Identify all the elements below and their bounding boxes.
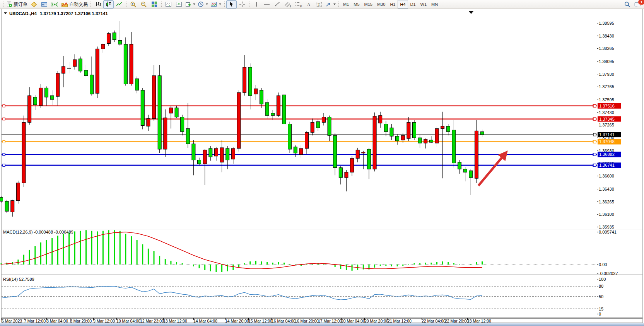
timeframe-button-mn[interactable]: MN <box>429 0 440 9</box>
candle-body <box>79 59 82 71</box>
timeframe-button-m1[interactable]: M1 <box>341 0 351 9</box>
macd-bar <box>374 265 375 268</box>
candle-body <box>0 198 3 201</box>
candle-body <box>288 124 292 149</box>
badge-handle[interactable] <box>593 164 596 167</box>
market-watch-button[interactable] <box>29 0 39 9</box>
candle-body <box>130 44 133 84</box>
vertical-line-tool-button[interactable] <box>251 0 261 9</box>
macd-bar <box>142 244 143 265</box>
hline-handle[interactable] <box>3 153 5 155</box>
macd-bar <box>137 240 138 265</box>
zoom-in-button[interactable] <box>128 0 138 9</box>
chat-button[interactable]: 1 <box>632 0 643 9</box>
text-label-tool-button[interactable]: T <box>314 0 324 9</box>
chart-canvas[interactable]: USDCAD-,H41.37179 1.37207 1.37106 1.3714… <box>0 0 644 326</box>
cursor-tool-button[interactable] <box>226 0 237 9</box>
candle-body <box>339 167 342 178</box>
toolbar-grip[interactable] <box>338 1 340 7</box>
search-button[interactable] <box>622 0 632 9</box>
toolbar-grip[interactable] <box>224 1 225 7</box>
candle-body <box>214 148 218 156</box>
macd-bar <box>232 265 234 270</box>
signals-button[interactable] <box>50 0 60 9</box>
template-caret <box>219 3 221 5</box>
candle-body <box>220 148 224 162</box>
timeframe-button-m15[interactable]: M15 <box>362 0 375 9</box>
timeframe-button-h4[interactable]: H4 <box>398 0 408 9</box>
svg-text:1.37516: 1.37516 <box>599 104 615 108</box>
zoom-out-button[interactable] <box>138 0 149 9</box>
candle-body <box>390 128 393 136</box>
bar-chart-type-button[interactable] <box>93 0 103 9</box>
price-axis-label: 1.37595 <box>599 97 614 102</box>
badge-handle[interactable] <box>593 118 596 120</box>
macd-bar <box>442 261 443 265</box>
candle-body <box>209 148 212 157</box>
candle-body <box>254 89 258 94</box>
new-order-icon <box>6 1 12 7</box>
hline-handle[interactable] <box>3 118 5 120</box>
candle-body <box>345 172 348 178</box>
badge-handle[interactable] <box>593 153 596 156</box>
toolbar-grip[interactable] <box>248 1 250 7</box>
horizontal-line-tool-button[interactable] <box>261 0 272 9</box>
candle-body <box>282 95 286 124</box>
fibonacci-tool-button[interactable]: F <box>293 0 303 9</box>
rsi-axis-label: 15 <box>599 307 603 311</box>
candle-body <box>101 44 105 49</box>
line-chart-type-button[interactable] <box>114 0 124 9</box>
indicator-subwindow-button[interactable] <box>174 0 184 9</box>
badge-handle[interactable] <box>593 104 596 107</box>
timeframe-button-d1[interactable]: D1 <box>408 0 418 9</box>
period-button[interactable] <box>196 0 209 9</box>
line-chart-icon <box>116 1 122 7</box>
text-tool-button[interactable]: A <box>303 0 314 9</box>
candle-body <box>452 130 456 163</box>
candle-body <box>435 128 439 143</box>
price-axis-label: 1.36100 <box>599 212 614 217</box>
hline-handle[interactable] <box>3 105 5 107</box>
macd-bar <box>159 256 160 265</box>
badge-handle[interactable] <box>593 133 596 136</box>
timeframe-button-m30[interactable]: M30 <box>375 0 388 9</box>
macd-bar <box>210 265 211 271</box>
toolbar-grip[interactable] <box>90 1 92 7</box>
candle-body <box>469 171 473 178</box>
timeframe-button-m5[interactable]: M5 <box>351 0 362 9</box>
candle-body <box>248 67 252 96</box>
macd-bar <box>108 230 109 265</box>
channel-tool-button[interactable]: E <box>282 0 293 9</box>
toolbar-grip[interactable] <box>161 1 162 7</box>
data-window-button[interactable] <box>39 0 50 9</box>
template-button[interactable] <box>209 0 222 9</box>
candle-body <box>181 117 184 132</box>
add-indicator-button[interactable] <box>184 0 196 9</box>
price-axis-label: 1.36600 <box>599 174 614 178</box>
mt4-terminal: { "toolbar": { "new_order": "新订单", "auto… <box>0 0 644 326</box>
timeframe-button-h1[interactable]: H1 <box>388 0 398 9</box>
tile-windows-button[interactable] <box>149 0 159 9</box>
auto-trading-button[interactable]: 自动交易 <box>60 0 89 9</box>
toolbar-grip[interactable] <box>125 1 127 7</box>
trendline-tool-button[interactable] <box>272 0 282 9</box>
arrows-tool-button[interactable] <box>324 0 337 9</box>
hline-handle[interactable] <box>3 140 5 143</box>
hline-handle[interactable] <box>3 164 5 166</box>
macd-bar <box>413 263 415 265</box>
svg-text:1.36741: 1.36741 <box>599 163 615 167</box>
indicator-window-button[interactable] <box>163 0 174 9</box>
toolbar-grip[interactable] <box>2 1 4 7</box>
macd-bar <box>425 263 426 265</box>
timeframe-button-w1[interactable]: W1 <box>418 0 429 9</box>
candle-body <box>407 123 410 139</box>
chart-title-group: USDCAD-,H41.37179 1.37207 1.37106 1.3714… <box>4 11 108 16</box>
candlestick-chart-type-button[interactable] <box>103 0 114 9</box>
crosshair-icon <box>239 1 245 7</box>
macd-bar <box>385 265 386 266</box>
crosshair-tool-button[interactable] <box>237 0 247 9</box>
macd-bar <box>193 265 194 266</box>
new-order-button[interactable]: 新订单 <box>5 0 29 9</box>
candle-body <box>243 67 246 92</box>
badge-handle[interactable] <box>593 140 596 143</box>
